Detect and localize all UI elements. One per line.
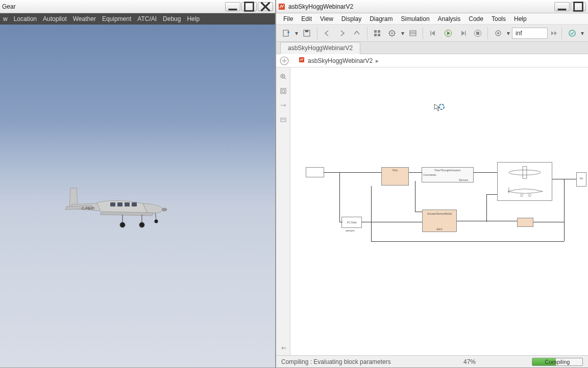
svg-rect-5 [117, 202, 122, 206]
run-button[interactable] [441, 27, 455, 40]
svg-rect-7 [132, 202, 137, 206]
fg-menu-view[interactable]: w [0, 15, 11, 22]
forward-button[interactable] [335, 27, 349, 40]
close-button[interactable] [258, 2, 273, 11]
new-model-caret[interactable]: ▾ [294, 27, 299, 40]
explorer-toolbar [276, 67, 290, 355]
model-config-button[interactable] [385, 27, 399, 40]
up-button[interactable] [350, 27, 364, 40]
block-acdata[interactable]: AC Data [341, 217, 362, 228]
show-browser-icon[interactable] [276, 341, 290, 355]
diagram-canvas[interactable]: Pilot PassThroughActuators Commands Sens… [290, 67, 588, 355]
simulink-window: asbSkyHoggWebinarV2 File Edit View Displ… [276, 0, 588, 368]
svg-point-15 [155, 220, 158, 223]
menu-simulation[interactable]: Simulation [397, 15, 434, 22]
menu-tools[interactable]: Tools [487, 15, 510, 22]
menu-analysis[interactable]: Analysis [434, 15, 465, 22]
breadcrumb-bar: asbSkyHoggWebinarV2 ▸ [276, 54, 588, 67]
stop-time-input[interactable] [512, 28, 548, 39]
svg-point-51 [439, 104, 444, 109]
fg-menu-weather[interactable]: Weather [70, 15, 99, 22]
new-model-button[interactable] [279, 27, 293, 40]
block-gain[interactable] [517, 218, 533, 227]
build-caret[interactable]: ▾ [580, 27, 585, 40]
svg-rect-48 [282, 90, 284, 93]
simulink-menubar: File Edit View Display Diagram Simulatio… [276, 13, 588, 25]
svg-point-11 [120, 222, 125, 227]
busy-cursor-icon [433, 103, 445, 114]
svg-rect-22 [374, 30, 377, 33]
svg-rect-19 [283, 30, 288, 36]
simulink-statusbar: Compiling : Evaluating block parameters … [276, 355, 588, 367]
aircraft-model: C-FBJO [61, 183, 168, 232]
hide-browser-icon[interactable] [279, 56, 289, 66]
library-browser-button[interactable] [371, 27, 384, 40]
menu-display[interactable]: Display [337, 15, 365, 22]
simulink-toolbar: ▾ ▾ ▾ ▾ [276, 25, 588, 42]
maximize-button[interactable] [571, 2, 586, 11]
svg-point-8 [162, 208, 167, 211]
model-explorer-button[interactable] [406, 27, 420, 40]
svg-rect-23 [378, 30, 380, 33]
save-button[interactable] [300, 27, 314, 40]
record-caret[interactable]: ▾ [506, 27, 511, 40]
block-actuator-sensor-model[interactable]: ActuatorSensorModel plant [422, 210, 457, 232]
breadcrumb-root[interactable]: asbSkyHoggWebinarV2 [308, 57, 373, 64]
model-tab[interactable]: asbSkyHoggWebinarV2 [280, 42, 360, 54]
minimize-button[interactable] [554, 2, 570, 11]
menu-edit[interactable]: Edit [297, 15, 316, 22]
fg-menu-autopilot[interactable]: Autopilot [40, 15, 70, 22]
step-back-button[interactable] [426, 27, 440, 40]
flightgear-menubar: w Location Autopilot Weather Equipment A… [0, 13, 275, 25]
flightgear-title: Gear [2, 3, 225, 10]
annotations-icon[interactable] [276, 112, 290, 127]
stop-button[interactable] [471, 27, 484, 40]
menu-view[interactable]: View [316, 15, 337, 22]
step-forward-button[interactable] [456, 27, 470, 40]
svg-rect-47 [281, 88, 286, 94]
simulink-tabstrip: asbSkyHoggWebinarV2 [276, 42, 588, 54]
menu-diagram[interactable]: Diagram [365, 15, 397, 22]
flightgear-titlebar: Gear [0, 0, 275, 13]
back-button[interactable] [321, 27, 334, 40]
menu-help[interactable]: Help [510, 15, 531, 22]
progress-percent: 47% [463, 358, 476, 365]
fg-menu-location[interactable]: Location [11, 15, 40, 22]
simulink-titlebar: asbSkyHoggWebinarV2 [276, 0, 588, 13]
breadcrumb-model-icon [299, 57, 305, 64]
progress-bar: Compiling [532, 358, 583, 366]
record-button[interactable] [491, 27, 505, 40]
progress-label: Compiling [532, 358, 582, 365]
flightgear-viewport[interactable]: C-FBJO [0, 25, 275, 367]
svg-point-13 [139, 222, 144, 227]
fast-restart-button[interactable] [549, 27, 558, 40]
svg-rect-6 [125, 202, 130, 206]
fg-menu-equipment[interactable]: Equipment [99, 15, 134, 22]
maximize-button[interactable] [241, 2, 257, 11]
menu-file[interactable]: File [279, 15, 297, 22]
svg-rect-21 [305, 30, 308, 32]
normal-view-icon[interactable] [276, 98, 290, 112]
block-outport-viz[interactable]: Viz [576, 172, 586, 187]
menu-code[interactable]: Code [464, 15, 487, 22]
build-button[interactable] [565, 27, 579, 40]
minimize-button[interactable] [225, 2, 240, 11]
fg-menu-atcai[interactable]: ATC/AI [134, 15, 160, 22]
breadcrumb-caret-icon[interactable]: ▸ [376, 57, 379, 64]
fg-menu-help[interactable]: Help [184, 15, 203, 22]
svg-rect-53 [523, 167, 527, 178]
svg-rect-4 [110, 202, 115, 206]
config-caret[interactable]: ▾ [400, 27, 405, 40]
block-inport[interactable] [306, 167, 324, 177]
svg-rect-24 [374, 34, 377, 36]
svg-line-14 [155, 213, 156, 220]
block-pilot[interactable]: Pilot [381, 167, 409, 186]
block-vehicle-schematic[interactable] [497, 162, 552, 201]
simulink-app-icon [278, 3, 285, 10]
fit-view-icon[interactable] [276, 84, 290, 98]
status-text: Compiling : Evaluating block parameters [281, 358, 463, 365]
svg-point-55 [521, 194, 523, 197]
svg-rect-35 [476, 32, 479, 35]
zoom-in-icon[interactable] [276, 70, 290, 84]
fg-menu-debug[interactable]: Debug [160, 15, 184, 22]
